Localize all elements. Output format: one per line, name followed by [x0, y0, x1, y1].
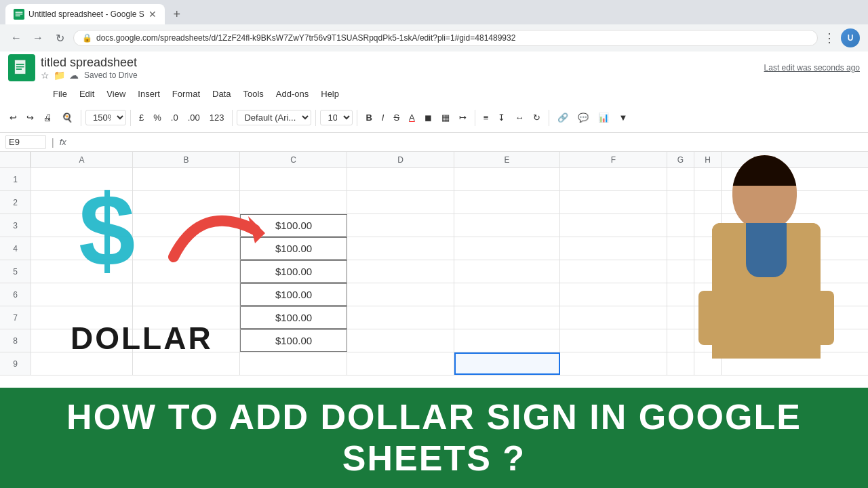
cell-a3[interactable]	[31, 214, 133, 237]
cell-h4[interactable]	[694, 237, 722, 260]
merge-button[interactable]: ↦	[455, 110, 471, 125]
cell-d3[interactable]	[347, 214, 454, 237]
cell-a7[interactable]	[31, 306, 133, 329]
more-options-button[interactable]: ⋮	[823, 30, 835, 45]
cell-f9[interactable]	[560, 352, 667, 375]
cell-d2[interactable]	[347, 191, 454, 214]
cell-a5[interactable]	[31, 260, 133, 283]
cell-f8[interactable]	[560, 329, 667, 352]
menu-format[interactable]: Format	[167, 87, 205, 100]
cell-a8[interactable]	[31, 329, 133, 352]
row-header-5[interactable]: 5	[0, 260, 31, 283]
cell-d9[interactable]	[347, 352, 454, 375]
row-header-2[interactable]: 2	[0, 191, 31, 214]
cell-c8[interactable]: $100.00	[240, 329, 347, 352]
cell-f3[interactable]	[560, 214, 667, 237]
paint-format-button[interactable]: 🍳	[58, 110, 77, 125]
document-title[interactable]: titled spreadsheet	[41, 56, 138, 70]
cell-f4[interactable]	[560, 237, 667, 260]
cell-b8[interactable]	[133, 329, 240, 352]
cell-h8[interactable]	[694, 329, 722, 352]
cell-f2[interactable]	[560, 191, 667, 214]
cell-d4[interactable]	[347, 237, 454, 260]
cell-reference-input[interactable]	[5, 135, 46, 149]
cell-g7[interactable]	[667, 306, 694, 329]
menu-tools[interactable]: Tools	[237, 87, 269, 100]
cell-h1[interactable]	[694, 168, 722, 190]
cell-d7[interactable]	[347, 306, 454, 329]
cell-h3[interactable]	[694, 214, 722, 237]
col-header-g[interactable]: G	[667, 152, 694, 167]
folder-icon[interactable]: 📁	[54, 70, 65, 81]
borders-button[interactable]: ▦	[437, 110, 454, 125]
cell-h5[interactable]	[694, 260, 722, 283]
cell-e5[interactable]	[454, 260, 560, 283]
cell-e2[interactable]	[454, 191, 560, 214]
cell-b5[interactable]	[133, 260, 240, 283]
cell-f6[interactable]	[560, 283, 667, 306]
active-tab[interactable]: Untitled spreadsheet - Google S ✕	[5, 4, 165, 24]
row-header-6[interactable]: 6	[0, 283, 31, 306]
menu-insert[interactable]: Insert	[132, 87, 165, 100]
cell-g6[interactable]	[667, 283, 694, 306]
chart-button[interactable]: 📊	[594, 110, 613, 125]
cell-d5[interactable]	[347, 260, 454, 283]
col-header-f[interactable]: F	[560, 152, 667, 167]
cell-g4[interactable]	[667, 237, 694, 260]
col-header-a[interactable]: A	[31, 152, 133, 167]
cell-d1[interactable]	[347, 168, 454, 190]
row-header-7[interactable]: 7	[0, 306, 31, 329]
col-header-h[interactable]: H	[694, 152, 722, 167]
cell-f7[interactable]	[560, 306, 667, 329]
cell-b3[interactable]	[133, 214, 240, 237]
cell-b4[interactable]	[133, 237, 240, 260]
cell-g3[interactable]	[667, 214, 694, 237]
rotate-button[interactable]: ↻	[529, 110, 545, 125]
cell-e6[interactable]	[454, 283, 560, 306]
cell-b1[interactable]	[133, 168, 240, 190]
cell-c5[interactable]: $100.00	[240, 260, 347, 283]
cell-c3[interactable]: $100.00	[240, 214, 347, 237]
cell-g1[interactable]	[667, 168, 694, 190]
cell-b2[interactable]	[133, 191, 240, 214]
menu-file[interactable]: File	[47, 87, 73, 100]
cell-h9[interactable]	[694, 352, 722, 375]
url-bar[interactable]: 🔒 docs.google.com/spreadsheets/d/1ZzF24f…	[73, 30, 818, 46]
cell-c4[interactable]: $100.00	[240, 237, 347, 260]
cell-d6[interactable]	[347, 283, 454, 306]
back-button[interactable]: ←	[8, 30, 24, 46]
cell-g8[interactable]	[667, 329, 694, 352]
row-header-1[interactable]: 1	[0, 168, 31, 191]
font-select[interactable]: Default (Ari... Arial	[237, 110, 311, 125]
cell-a6[interactable]	[31, 283, 133, 306]
cell-e1[interactable]	[454, 168, 560, 190]
cell-c1[interactable]	[240, 168, 347, 190]
row-header-4[interactable]: 4	[0, 237, 31, 260]
cell-a2[interactable]	[31, 191, 133, 214]
filter-button[interactable]: ▼	[614, 110, 631, 125]
undo-button[interactable]: ↩	[5, 110, 21, 125]
cell-g5[interactable]	[667, 260, 694, 283]
cell-h7[interactable]	[694, 306, 722, 329]
comment-button[interactable]: 💬	[574, 110, 593, 125]
tab-close-button[interactable]: ✕	[149, 9, 157, 20]
redo-button[interactable]: ↪	[22, 110, 38, 125]
zoom-select[interactable]: 150% 100% 75%	[85, 110, 126, 125]
cell-e9[interactable]	[454, 352, 560, 375]
percent-button[interactable]: %	[149, 110, 165, 125]
cell-c9[interactable]	[240, 352, 347, 375]
align-button[interactable]: ≡	[479, 110, 493, 125]
print-button[interactable]: 🖨	[39, 110, 56, 125]
fill-color-button[interactable]: ◼	[420, 110, 436, 125]
star-icon[interactable]: ☆	[41, 70, 50, 81]
text-color-button[interactable]: A	[405, 110, 419, 125]
cell-e4[interactable]	[454, 237, 560, 260]
menu-edit[interactable]: Edit	[74, 87, 100, 100]
currency-pound-button[interactable]: £	[135, 110, 148, 125]
wrap-button[interactable]: ↔	[511, 110, 528, 125]
new-tab-button[interactable]: +	[167, 5, 186, 24]
cell-b7[interactable]	[133, 306, 240, 329]
cell-c2[interactable]	[240, 191, 347, 214]
cell-a1[interactable]	[31, 168, 133, 190]
cell-f5[interactable]	[560, 260, 667, 283]
